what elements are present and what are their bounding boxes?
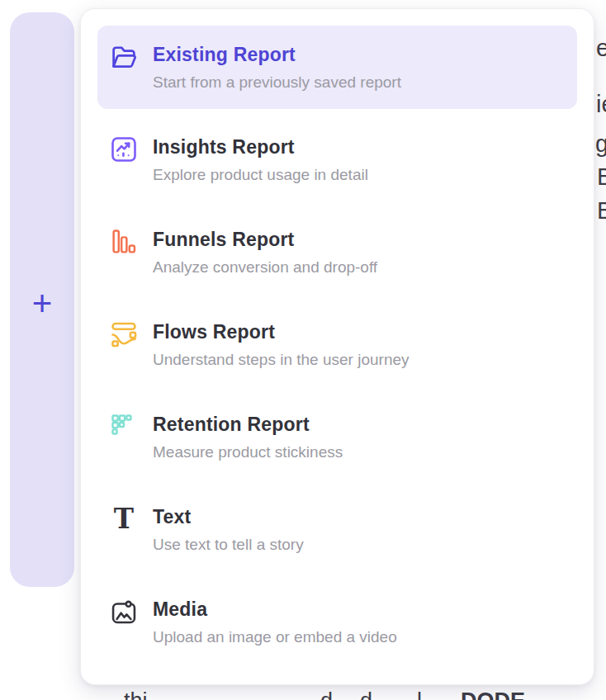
add-card-menu: Existing Report Start from a previously … [80,8,594,685]
insights-chart-icon [109,135,139,164]
menu-item-subtitle: Understand steps in the user journey [153,350,410,370]
background-text-fragment: B [597,165,606,189]
menu-item-title: Retention Report [153,412,343,437]
menu-item-media[interactable]: Media Upload an image or embed a video [97,580,577,664]
menu-item-subtitle: Start from a previously saved report [153,73,401,92]
menu-item-title: Flows Report [153,319,410,344]
background-text-fragment: B [597,199,606,223]
text-icon: T [109,504,139,534]
retention-grid-icon [109,412,139,442]
menu-item-subtitle: Use text to tell a story [153,535,304,555]
background-text-fragment: d [320,690,333,700]
background-text-fragment: ex [596,36,606,60]
menu-item-subtitle: Explore product usage in detail [153,165,368,185]
menu-item-title: Insights Report [153,135,368,159]
background-text-fragment: DODE [461,690,525,700]
menu-item-title: Text [153,504,304,529]
background-text-fragment: l. [417,690,428,700]
menu-item-insights-report[interactable]: Insights Report Explore product usage in… [97,118,577,201]
background-text-fragment: gB [595,132,606,156]
background-text-fragment: thi [124,690,148,700]
add-card-button[interactable]: + [10,12,74,587]
folder-open-icon [109,42,139,72]
plus-icon: + [32,286,53,321]
menu-item-title: Existing Report [153,42,401,67]
svg-text:T: T [114,504,134,534]
menu-item-text[interactable]: T Text Use text to tell a story [97,488,577,571]
flows-icon [109,319,139,349]
background-text-fragment: d [360,690,372,700]
funnel-bars-icon [109,227,139,257]
media-image-icon [109,597,139,627]
menu-item-funnels-report[interactable]: Funnels Report Analyze conversion and dr… [97,210,577,294]
menu-item-flows-report[interactable]: Flows Report Understand steps in the use… [97,303,577,386]
menu-item-retention-report[interactable]: Retention Report Measure product stickin… [97,395,577,479]
background-text-fragment: ie [596,92,606,116]
menu-item-subtitle: Measure product stickiness [153,442,343,462]
menu-item-existing-report[interactable]: Existing Report Start from a previously … [97,26,577,109]
menu-item-title: Funnels Report [153,227,377,252]
menu-item-title: Media [153,597,397,622]
menu-item-subtitle: Upload an image or embed a video [153,627,397,647]
menu-item-subtitle: Analyze conversion and drop-off [153,258,377,277]
